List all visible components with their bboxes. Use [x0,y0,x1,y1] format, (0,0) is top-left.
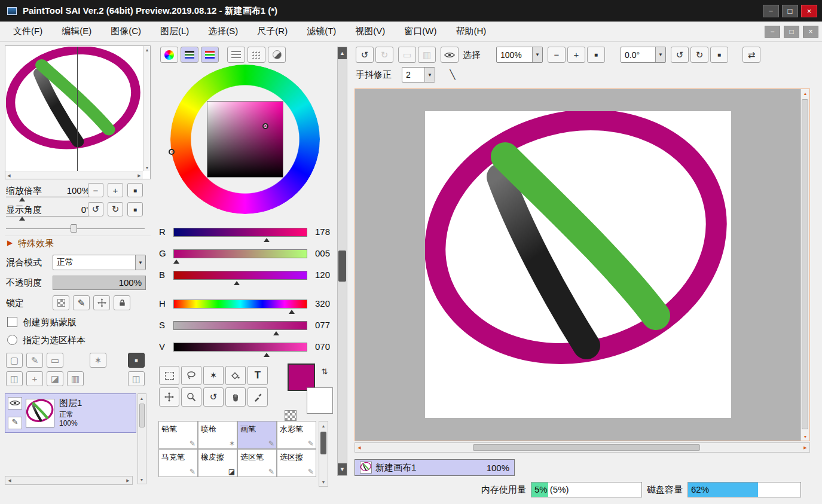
lasso-tool[interactable] [181,366,201,385]
sv-marker[interactable] [262,123,268,129]
rect-select-tool[interactable] [159,366,179,385]
brush-item[interactable]: 铅笔 ✎ [158,421,198,449]
scroll-down-icon[interactable]: ▼ [338,463,347,475]
layer-list-vscrollbar[interactable]: ▲ ▼ [137,393,146,484]
layer-visibility-button[interactable] [8,397,22,410]
brush-item[interactable]: 选区笔 ✎ [237,449,277,477]
layer-list-hscrollbar[interactable]: ◀ ▶ [5,476,133,485]
brush-item[interactable]: 马克笔 ✎ [158,449,198,477]
slider-marker-icon[interactable] [289,310,295,314]
copy-layer-button[interactable]: ◫ [6,371,23,386]
navigator-hscrollbar[interactable]: ◀ ▶ [5,172,143,179]
scroll-up-icon[interactable]: ▲ [143,46,151,53]
s-slider[interactable] [173,321,307,330]
scrollbar-thumb[interactable] [139,404,145,427]
layer-list-item[interactable]: ✎ 图层1 正常 100% [5,393,136,433]
slider-marker-icon[interactable] [264,353,270,357]
scroll-down-icon[interactable]: ▼ [320,478,327,485]
canvas-angle-reset-button[interactable]: ■ [710,47,728,63]
lock-pixels-button[interactable]: ✎ [73,295,90,310]
scroll-up-icon[interactable]: ▲ [320,422,327,429]
flip-canvas-button[interactable]: ⇄ [742,47,760,63]
minimize-button[interactable]: − [763,5,779,17]
color-wheel[interactable] [170,65,320,214]
dropdown-arrow-icon[interactable]: ▼ [532,47,542,62]
viewport-hscrollbar[interactable]: ◀ ▶ [355,442,810,453]
hand-tool[interactable] [225,387,246,407]
hsv-sliders-mode-button[interactable] [201,47,219,63]
stabilizer-select[interactable]: 2 ▼ [402,67,435,83]
fill-layer-button[interactable]: ■ [128,353,145,368]
selection-source-radio[interactable] [7,335,17,345]
new-sketch-layer-button[interactable]: ✎ [26,353,43,368]
scroll-right-icon[interactable]: ▶ [802,444,809,451]
lock-position-button[interactable] [93,295,110,310]
secondary-color-swatch[interactable] [307,387,333,414]
menu-filter[interactable]: 滤镜(T) [297,23,346,40]
scrollbar-thumb[interactable] [338,251,346,282]
scroll-up-icon[interactable]: ▲ [802,90,809,97]
hue-marker[interactable] [169,149,175,155]
navigator-preview[interactable] [6,47,142,171]
transfer-layer-button[interactable]: ✶ [90,353,106,368]
merge-layer-button[interactable]: + [26,371,43,386]
special-effects-header[interactable]: ▶ 特殊效果 [5,236,151,250]
canvas-rotate-cw-button[interactable]: ↻ [690,47,708,63]
clear-layer-button[interactable]: ◪ [47,371,63,386]
v-slider[interactable] [173,343,307,352]
h-slider[interactable] [173,300,307,308]
scrollbar-thumb[interactable] [802,99,808,429]
menu-help[interactable]: 帮助(H) [446,23,496,40]
opacity-slider[interactable]: 100% [53,276,146,290]
mdi-minimize-button[interactable]: − [765,26,780,38]
brush-item[interactable]: 喷枪 ✶ [198,421,237,449]
angle-reset-button[interactable]: ■ [127,202,143,216]
scroll-up-icon[interactable]: ▲ [338,47,347,59]
canvas-rotate-ccw-button[interactable]: ↺ [671,47,689,63]
panel-scrollbar[interactable]: ▲ ▼ [337,47,347,476]
maximize-button[interactable]: □ [782,5,798,17]
b-slider[interactable] [173,271,307,280]
menu-file[interactable]: 文件(F) [4,23,52,40]
navigator-zoom-slider[interactable]: 缩放倍率 100% [6,184,90,197]
saturation-value-square[interactable] [207,101,283,178]
canvas-zoom-in-button[interactable]: + [567,47,585,63]
dropdown-arrow-icon[interactable]: ▼ [135,255,145,270]
lock-transparency-button[interactable] [53,295,69,310]
brush-item[interactable]: 选区擦 ✎ [277,449,316,477]
scrollbar-thumb[interactable] [473,444,700,451]
navigator-vscrollbar[interactable]: ▲ ▼ [143,46,150,171]
zoom-tool[interactable] [181,387,201,407]
eyedropper-tool[interactable] [247,387,268,407]
dropdown-arrow-icon[interactable]: ▼ [424,68,435,82]
scroll-left-icon[interactable]: ◀ [6,477,13,484]
menu-window[interactable]: 窗口(W) [395,23,446,40]
delete-layer-button[interactable]: ▥ [67,371,84,386]
menu-edit[interactable]: 编辑(E) [52,23,101,40]
zoom-reset-button[interactable]: ■ [127,183,143,197]
menu-select[interactable]: 选择(S) [198,23,247,40]
magic-wand-tool[interactable]: ✶ [203,366,224,385]
swap-colors-button[interactable]: ⇅ [318,365,331,378]
sphere-mode-button[interactable] [268,47,286,63]
undo-button[interactable]: ↺ [356,47,374,63]
stroke-style-button[interactable]: ╲ [444,67,462,83]
bucket-tool[interactable] [225,366,246,385]
rgb-sliders-mode-button[interactable] [181,47,198,63]
scroll-down-icon[interactable]: ▼ [138,476,145,483]
zoom-out-button[interactable]: − [88,183,103,197]
menu-ruler[interactable]: 尺子(R) [247,23,297,40]
r-slider[interactable] [173,228,307,237]
new-layer-button[interactable]: ▢ [6,353,23,368]
canvas-viewport[interactable]: ▲ ▼ [355,88,810,441]
text-tool[interactable]: T [247,366,268,385]
mixer-mode-button[interactable] [247,47,265,63]
slider-marker-icon[interactable] [264,238,270,242]
rotate-ccw-button[interactable]: ↺ [88,202,103,216]
layer-paint-button[interactable]: ✎ [8,417,22,429]
show-selection-button[interactable] [441,47,459,63]
lock-all-button[interactable] [114,295,130,310]
canvas-zoom-out-button[interactable]: − [548,47,566,63]
drawing-canvas[interactable] [425,111,731,418]
scroll-up-icon[interactable]: ▲ [138,395,145,402]
